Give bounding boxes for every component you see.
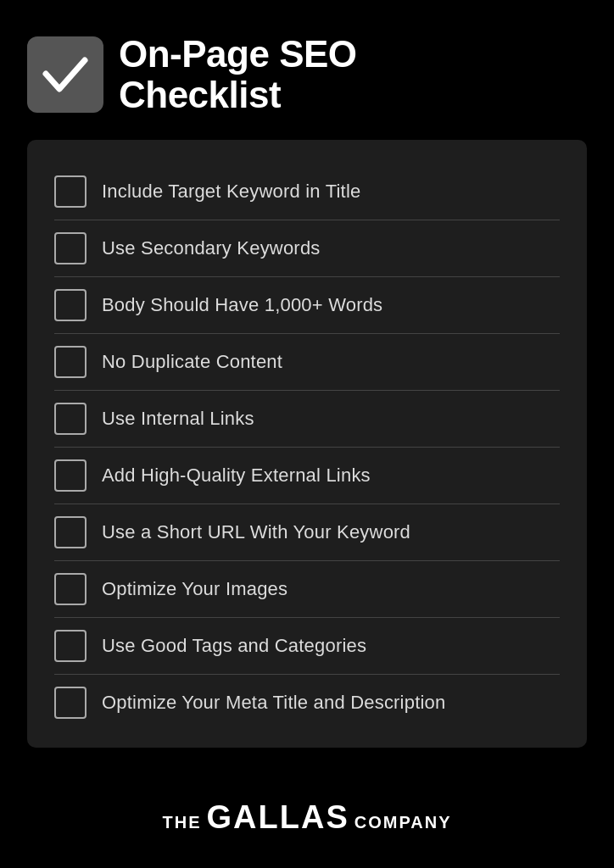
checkbox[interactable] (54, 630, 87, 662)
checklist-label: Optimize Your Meta Title and Description (102, 692, 445, 714)
checkbox[interactable] (54, 175, 87, 208)
checklist-label: Add High-Quality External Links (102, 465, 371, 487)
checkbox[interactable] (54, 346, 87, 378)
checklist-label: Use Internal Links (102, 408, 254, 430)
checkbox[interactable] (54, 232, 87, 264)
footer-company: COMPANY (354, 813, 452, 832)
checklist-item[interactable]: No Duplicate Content (54, 334, 560, 391)
footer-gallas: GALLAS (207, 799, 349, 836)
checkmark-icon (41, 50, 90, 99)
checklist-label: No Duplicate Content (102, 351, 282, 373)
checkbox[interactable] (54, 403, 87, 435)
checklist-label: Body Should Have 1,000+ Words (102, 294, 382, 316)
checklist-label: Optimize Your Images (102, 578, 287, 600)
checklist-item[interactable]: Use Good Tags and Categories (54, 618, 560, 675)
checklist-label: Include Target Keyword in Title (102, 181, 360, 203)
page-title: On-Page SEO Checklist (119, 34, 357, 116)
footer-the: THE (163, 813, 202, 832)
checkbox[interactable] (54, 289, 87, 321)
checklist-label: Use Good Tags and Categories (102, 635, 366, 657)
checklist-item[interactable]: Include Target Keyword in Title (54, 164, 560, 220)
footer: THE GALLAS COMPANY (163, 799, 452, 836)
checkmark-icon-box (27, 36, 103, 113)
checkbox[interactable] (54, 516, 87, 548)
checklist-panel: Include Target Keyword in TitleUse Secon… (27, 140, 587, 748)
checklist-item[interactable]: Use Internal Links (54, 391, 560, 448)
checklist-item[interactable]: Use a Short URL With Your Keyword (54, 504, 560, 561)
checklist-item[interactable]: Optimize Your Images (54, 561, 560, 618)
checkbox[interactable] (54, 573, 87, 605)
checklist-item[interactable]: Use Secondary Keywords (54, 220, 560, 277)
checkbox[interactable] (54, 459, 87, 492)
checklist-item[interactable]: Optimize Your Meta Title and Description (54, 675, 560, 731)
header: On-Page SEO Checklist (27, 34, 587, 116)
checklist-label: Use a Short URL With Your Keyword (102, 521, 410, 543)
checkbox[interactable] (54, 687, 87, 719)
checklist-item[interactable]: Body Should Have 1,000+ Words (54, 277, 560, 334)
checklist-item[interactable]: Add High-Quality External Links (54, 448, 560, 504)
checklist-label: Use Secondary Keywords (102, 237, 321, 259)
